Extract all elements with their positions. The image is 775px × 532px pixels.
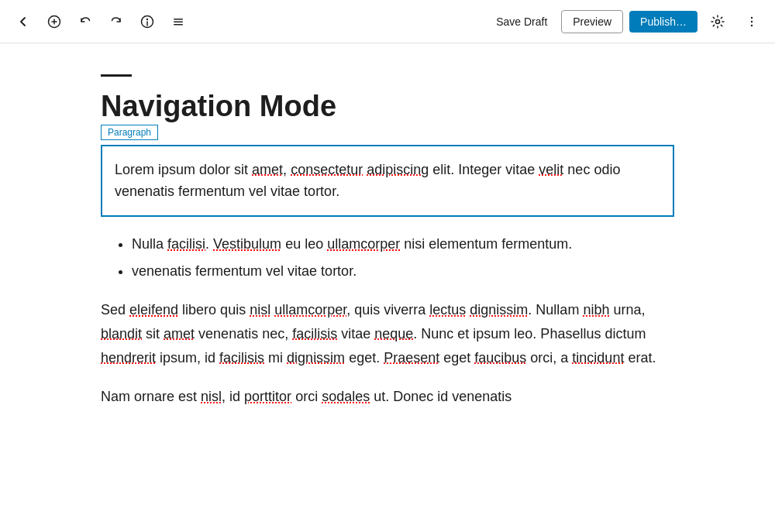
preview-button[interactable]: Preview (561, 10, 623, 33)
spell-nisl-2: nisl (201, 389, 222, 404)
spell-dignissim-1: dignissim (470, 302, 528, 317)
spell-vestibulum: Vestibulum (213, 236, 281, 252)
redo-button[interactable] (102, 8, 130, 36)
spell-adipiscing: adipiscing (367, 162, 429, 177)
publish-button[interactable]: Publish… (629, 11, 698, 33)
svg-point-8 (751, 20, 753, 22)
details-button[interactable] (133, 8, 161, 36)
spell-velit: velit (539, 162, 563, 177)
spell-amet-2: amet (164, 326, 195, 342)
spell-lectus: lectus (429, 302, 466, 317)
svg-point-9 (751, 24, 753, 26)
svg-rect-4 (174, 21, 183, 22)
spell-porttitor: porttitor (244, 389, 291, 404)
spell-dignissim-2: dignissim (287, 350, 345, 366)
more-options-button[interactable] (738, 8, 766, 36)
settings-button[interactable] (704, 8, 732, 36)
add-block-button[interactable] (40, 8, 68, 36)
svg-point-1 (146, 18, 148, 19)
toolbar-left-actions (9, 8, 192, 36)
body-paragraph-2: Sed eleifend libero quis nisl ullamcorpe… (101, 298, 674, 369)
back-button[interactable] (9, 8, 37, 36)
spell-faucibus: faucibus (474, 350, 526, 366)
spell-tincidunt: tincidunt (572, 350, 624, 366)
spell-facilisi-1: facilisi (167, 236, 205, 252)
list-item: venenatis fermentum vel vitae tortor. (132, 259, 674, 283)
toolbar: Save Draft Preview Publish… (0, 0, 775, 43)
page-title: Navigation Mode (101, 89, 674, 125)
spell-amet: amet (252, 162, 283, 177)
toolbar-right-actions: Save Draft Preview Publish… (488, 8, 766, 36)
spell-hendrerit: hendrerit (101, 350, 156, 366)
spell-ullamcorper-2: ullamcorper (274, 302, 346, 317)
title-divider (101, 74, 132, 77)
spell-eleifend: eleifend (129, 302, 178, 317)
spell-ullamcorper-1: ullamcorper (327, 236, 400, 252)
tools-button[interactable] (164, 8, 192, 36)
spell-blandit: blandit (101, 326, 142, 342)
block-type-label: Paragraph (101, 125, 158, 140)
spell-nibh: nibh (583, 302, 609, 317)
svg-point-6 (716, 19, 720, 23)
list-item: Nulla facilisi. Vestibulum eu leo ullamc… (132, 232, 674, 256)
undo-button[interactable] (71, 8, 99, 36)
svg-rect-3 (174, 19, 183, 20)
spell-nisl-1: nisl (250, 302, 270, 317)
paragraph-block[interactable]: Lorem ipsum dolor sit amet, consectetur … (101, 145, 674, 218)
paragraph-text: Lorem ipsum dolor sit amet, consectetur … (115, 162, 620, 200)
spell-facilisis-2: facilisis (219, 350, 264, 366)
svg-point-7 (751, 16, 753, 18)
save-draft-button[interactable]: Save Draft (488, 11, 555, 33)
spell-neque: neque (374, 326, 413, 342)
svg-rect-5 (174, 24, 183, 26)
body-paragraph-3: Nam ornare est nisl, id porttitor orci s… (101, 385, 674, 409)
spell-consectetur: consectetur (291, 162, 363, 177)
spell-facilisis-1: facilisis (292, 326, 337, 342)
paragraph-block-wrapper: Paragraph Lorem ipsum dolor sit amet, co… (101, 145, 674, 218)
bullet-list: Nulla facilisi. Vestibulum eu leo ullamc… (101, 232, 674, 283)
spell-praesent: Praesent (384, 350, 439, 366)
spell-sodales: sodales (322, 389, 370, 404)
content-area: Navigation Mode Paragraph Lorem ipsum do… (39, 43, 736, 532)
